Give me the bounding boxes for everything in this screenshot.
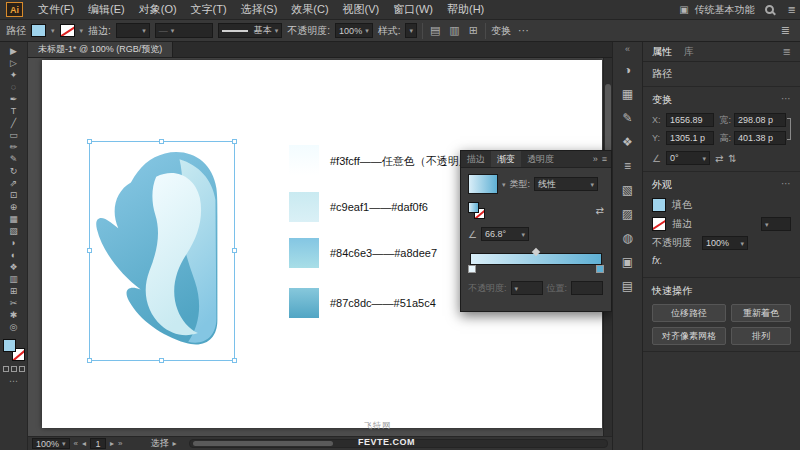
- tab-stroke[interactable]: 描边: [461, 151, 491, 167]
- menu-effect[interactable]: 效果(C): [284, 0, 335, 19]
- tool-free-transform[interactable]: ⊡: [3, 189, 25, 201]
- align-objects-icon[interactable]: ▤: [428, 24, 442, 37]
- tab-gradient[interactable]: 渐变: [491, 151, 521, 167]
- draw-inside-icon[interactable]: [19, 366, 25, 372]
- gradient-stop-end[interactable]: [596, 265, 604, 273]
- selection-handle-br[interactable]: [232, 358, 237, 363]
- brush-definition-select[interactable]: 基本▾: [218, 23, 283, 38]
- prev-artboard-icon[interactable]: ◂: [82, 439, 86, 448]
- rotation-field[interactable]: 0°▾: [666, 151, 710, 165]
- stroke-weight-field[interactable]: ▾: [761, 217, 791, 231]
- draw-normal-icon[interactable]: [3, 366, 9, 372]
- gradient-swatch-3[interactable]: [289, 238, 319, 268]
- tab-transparency[interactable]: 透明度: [521, 151, 560, 167]
- opacity-field[interactable]: 100%▾: [335, 23, 373, 38]
- gradient-panel-icon[interactable]: ▧: [617, 179, 639, 201]
- swatches-panel-icon[interactable]: ▦: [617, 83, 639, 105]
- search-icon[interactable]: [765, 5, 774, 14]
- stop-position-field[interactable]: [571, 281, 603, 295]
- gradient-slider[interactable]: [468, 249, 604, 273]
- symbols-panel-icon[interactable]: ❖: [617, 131, 639, 153]
- canvas[interactable]: #f3fcff——任意色（不透明度0） #c9eaf1——#daf0f6 #84…: [28, 58, 612, 436]
- align-pixel-grid-button[interactable]: 对齐像素网格: [652, 327, 726, 345]
- menu-help[interactable]: 帮助(H): [440, 0, 491, 19]
- selection-handle-mr[interactable]: [232, 248, 237, 253]
- fill-caret-icon[interactable]: ▾: [51, 27, 55, 34]
- selection-handle-bc[interactable]: [159, 358, 164, 363]
- gradient-preset-caret-icon[interactable]: ▾: [502, 181, 506, 188]
- appearance-panel-icon[interactable]: ◍: [617, 227, 639, 249]
- y-field[interactable]: 1305.1 p: [666, 131, 714, 145]
- tool-magic-wand[interactable]: ✦: [3, 69, 25, 81]
- tab-libraries[interactable]: 库: [684, 45, 694, 59]
- stroke-caret-icon[interactable]: ▾: [80, 27, 84, 34]
- panel-menu-icon[interactable]: ≣: [783, 46, 791, 57]
- draw-behind-icon[interactable]: [11, 366, 17, 372]
- selection-handle-ml[interactable]: [87, 248, 92, 253]
- style-select[interactable]: ▾: [405, 23, 417, 38]
- menu-select[interactable]: 选择(S): [234, 0, 285, 19]
- document-tab[interactable]: 未标题-1* @ 100% (RGB/预览): [28, 42, 173, 57]
- menu-window[interactable]: 窗口(W): [386, 0, 440, 19]
- x-field[interactable]: 1656.89: [666, 113, 714, 127]
- tab-properties[interactable]: 属性: [652, 45, 672, 59]
- workspace-switcher[interactable]: 传统基本功能: [695, 3, 755, 17]
- tool-scale[interactable]: ⇗: [3, 177, 25, 189]
- stroke-weight-stepper[interactable]: ▾: [116, 23, 150, 38]
- tool-gradient[interactable]: ▧: [3, 225, 25, 237]
- transform-grid-icon[interactable]: ⊞: [467, 24, 480, 37]
- status-menu-icon[interactable]: ▸: [172, 439, 176, 448]
- menu-type[interactable]: 文字(T): [184, 0, 234, 19]
- horizontal-scroll-thumb[interactable]: [193, 441, 333, 446]
- more-options-icon[interactable]: ⋯: [516, 24, 531, 37]
- width-field[interactable]: 298.08 p: [734, 113, 786, 127]
- gradient-fill-stroke-toggle[interactable]: [468, 202, 485, 219]
- panel-menu-icon[interactable]: ≡: [602, 154, 607, 164]
- arrange-button[interactable]: 排列: [731, 327, 791, 345]
- first-artboard-icon[interactable]: «: [74, 439, 78, 448]
- selection-handle-tl[interactable]: [87, 139, 92, 144]
- gradient-preview[interactable]: [468, 174, 498, 194]
- brushes-panel-icon[interactable]: ✎: [617, 107, 639, 129]
- tool-direct-selection[interactable]: ▷: [3, 57, 25, 69]
- tool-column-graph[interactable]: ▥: [3, 273, 25, 285]
- zoom-level-select[interactable]: 100%▾: [32, 438, 70, 449]
- more-options-icon[interactable]: ⋯: [781, 178, 791, 192]
- bird-logo-artwork[interactable]: [94, 146, 230, 358]
- control-panel-menu-icon[interactable]: ≣: [781, 24, 794, 37]
- menu-object[interactable]: 对象(O): [132, 0, 184, 19]
- tool-lasso[interactable]: ◌: [3, 81, 25, 93]
- tool-rotate[interactable]: ↻: [3, 165, 25, 177]
- app-logo[interactable]: Ai: [6, 2, 23, 17]
- tool-hand[interactable]: ✱: [3, 309, 25, 321]
- tool-artboard[interactable]: ⊞: [3, 285, 25, 297]
- gradient-type-select[interactable]: 线性▾: [534, 177, 598, 191]
- tool-pencil[interactable]: ✎: [3, 153, 25, 165]
- color-panel-icon[interactable]: ◑: [617, 59, 639, 81]
- more-options-icon[interactable]: ⋯: [781, 93, 791, 107]
- gradient-swatch-1[interactable]: [289, 145, 319, 175]
- edit-toolbar-icon[interactable]: ⋯: [9, 376, 18, 386]
- tool-rectangle[interactable]: ▭: [3, 129, 25, 141]
- fill-color-swatch[interactable]: [652, 198, 666, 212]
- fill-indicator[interactable]: [3, 339, 16, 352]
- tool-eyedropper[interactable]: ◗: [3, 237, 25, 249]
- artboard-number-field[interactable]: 1: [90, 438, 106, 449]
- reverse-gradient-icon[interactable]: ⇄: [596, 205, 604, 216]
- fill-color-swatch[interactable]: [31, 24, 46, 37]
- transform-label[interactable]: 变换: [491, 24, 511, 38]
- arrange-documents-icon[interactable]: ▣: [679, 4, 688, 15]
- selection-handle-tc[interactable]: [159, 139, 164, 144]
- gradient-swatch-4[interactable]: [289, 288, 319, 318]
- menu-edit[interactable]: 编辑(E): [81, 0, 132, 19]
- collapse-panel-icon[interactable]: »: [593, 154, 598, 164]
- tool-paintbrush[interactable]: ✏: [3, 141, 25, 153]
- tool-blend[interactable]: ◐: [3, 249, 25, 261]
- selection-handle-tr[interactable]: [232, 139, 237, 144]
- next-artboard-icon[interactable]: ▸: [110, 439, 114, 448]
- stroke-color-swatch[interactable]: [60, 24, 75, 37]
- menu-file[interactable]: 文件(F): [31, 0, 81, 19]
- tool-symbol-sprayer[interactable]: ❖: [3, 261, 25, 273]
- tool-mesh[interactable]: ▦: [3, 213, 25, 225]
- width-profile-select[interactable]: —▾: [155, 23, 213, 38]
